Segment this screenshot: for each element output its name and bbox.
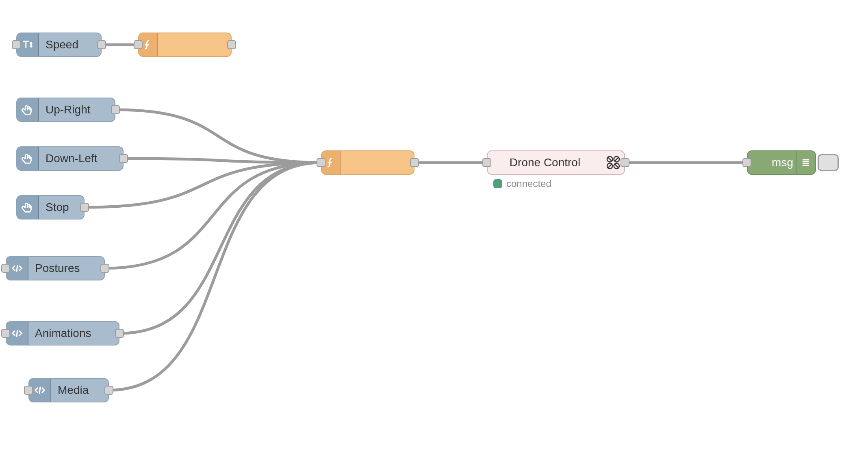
node-function-1[interactable] (138, 33, 232, 57)
node-stop[interactable]: Stop (16, 195, 85, 219)
input-port[interactable] (742, 158, 751, 167)
debug-toggle-button[interactable] (818, 154, 839, 171)
flow-wires-layer (0, 0, 868, 452)
output-port[interactable] (100, 264, 109, 273)
output-port[interactable] (227, 40, 236, 49)
node-down-left[interactable]: Down-Left (16, 146, 124, 171)
output-port[interactable] (410, 158, 419, 167)
input-port[interactable] (12, 40, 21, 49)
input-port[interactable] (1, 264, 10, 273)
output-port[interactable] (111, 105, 120, 114)
output-port[interactable] (119, 154, 128, 163)
hand-icon (17, 196, 39, 219)
node-label: Drone Control (488, 156, 602, 169)
node-label: Animations (28, 327, 119, 340)
input-port[interactable] (24, 386, 33, 395)
input-port[interactable] (134, 40, 143, 49)
node-speed[interactable]: Speed (16, 33, 102, 57)
node-label: Speed (39, 38, 101, 51)
hand-icon (17, 98, 39, 121)
node-drone-control[interactable]: Drone Control (487, 150, 625, 175)
input-port[interactable] (1, 329, 10, 338)
output-port[interactable] (104, 386, 113, 395)
wire[interactable] (119, 163, 321, 333)
node-up-right[interactable]: Up-Right (16, 98, 115, 122)
node-debug[interactable]: msg (747, 150, 816, 175)
bars-icon (796, 151, 815, 174)
output-port[interactable] (97, 40, 106, 49)
node-drone-status: connected (493, 178, 551, 189)
node-label: Down-Left (39, 152, 123, 165)
hand-icon (17, 147, 39, 170)
output-port[interactable] (115, 329, 124, 338)
node-function-2[interactable] (321, 150, 414, 175)
node-label: Postures (28, 262, 104, 275)
status-text: connected (506, 178, 551, 189)
node-media[interactable]: Media (28, 378, 109, 402)
node-postures[interactable]: Postures (6, 256, 105, 280)
node-label: msg (748, 156, 796, 169)
wire[interactable] (105, 163, 321, 268)
output-port[interactable] (621, 158, 629, 167)
wire[interactable] (109, 163, 321, 390)
node-animations[interactable]: Animations (6, 321, 119, 346)
input-port[interactable] (317, 158, 326, 167)
node-label: Media (51, 384, 108, 397)
output-port[interactable] (80, 203, 89, 212)
status-dot-icon (493, 179, 502, 188)
input-port[interactable] (482, 158, 491, 167)
node-label: Stop (39, 201, 84, 214)
wire[interactable] (115, 110, 321, 163)
node-label: Up-Right (39, 103, 115, 116)
